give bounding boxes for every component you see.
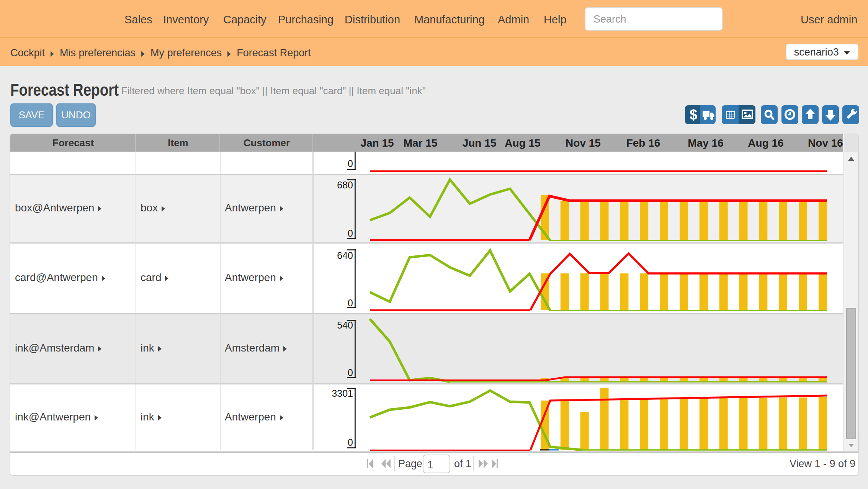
svg-text:$: $ [690,107,697,123]
